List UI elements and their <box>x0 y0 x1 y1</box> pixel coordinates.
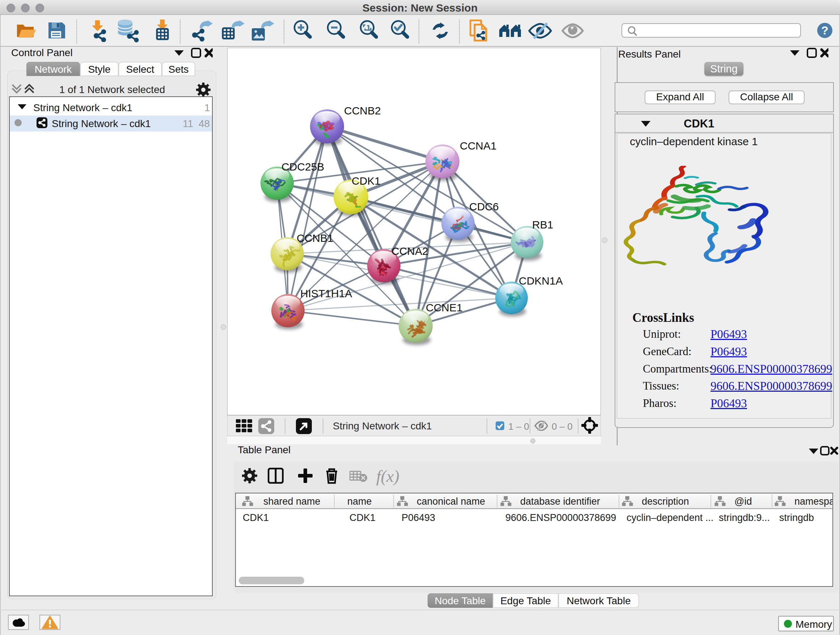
svg-text:RB1: RB1 <box>532 219 553 231</box>
svg-text:CDK1: CDK1 <box>352 175 381 187</box>
svg-text:?: ? <box>821 24 829 37</box>
svg-text:CCNB1: CCNB1 <box>297 232 333 244</box>
svg-text:CCNE1: CCNE1 <box>426 302 463 314</box>
svg-text:HIST1H1A: HIST1H1A <box>300 287 352 299</box>
svg-text:CCNB2: CCNB2 <box>344 105 381 117</box>
svg-text:CCNA1: CCNA1 <box>460 140 497 152</box>
svg-text:CDC25B: CDC25B <box>281 161 324 173</box>
svg-text:CDKN1A: CDKN1A <box>519 275 563 287</box>
svg-text:CCNA2: CCNA2 <box>392 245 428 257</box>
svg-text:CDC6: CDC6 <box>469 201 499 212</box>
